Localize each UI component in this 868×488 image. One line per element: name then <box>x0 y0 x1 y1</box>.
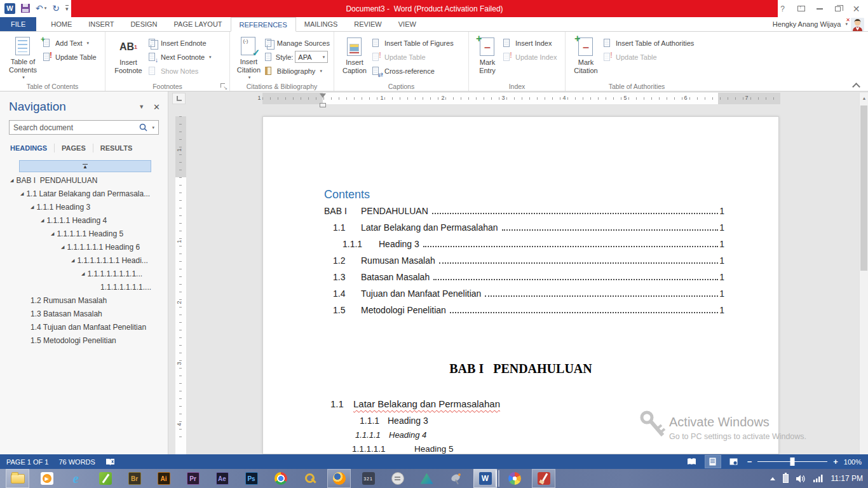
file-explorer-icon[interactable] <box>6 470 29 487</box>
update-index-button[interactable]: Update Index <box>502 51 557 62</box>
tab-design[interactable]: DESIGN <box>122 17 165 31</box>
media-player-classic-icon[interactable]: 321 <box>357 470 379 487</box>
print-layout-button[interactable] <box>705 456 721 468</box>
word-logo-icon[interactable]: W <box>4 3 15 14</box>
tree-expand-icon[interactable]: ◢ <box>10 178 13 183</box>
proofing-errors-icon[interactable] <box>105 458 115 466</box>
tree-expand-icon[interactable]: ◢ <box>81 271 85 276</box>
page-indicator[interactable]: PAGE 1 OF 1 <box>6 458 48 466</box>
toc-entry[interactable]: 1.2 Rumusan Masalah 1 <box>324 255 724 266</box>
toc-entry[interactable]: 1.4 Tujuan dan Manfaat Penelitian 1 <box>324 288 724 299</box>
word-count[interactable]: 76 WORDS <box>58 458 95 466</box>
tree-item[interactable]: ◢1.1.1 Heading 3 <box>0 200 168 214</box>
tree-expand-icon[interactable]: ◢ <box>41 218 44 223</box>
tree-expand-icon[interactable]: ◢ <box>51 231 54 236</box>
minimize-button[interactable] <box>810 2 829 16</box>
insert-table-of-authorities-button[interactable]: Insert Table of Authorities <box>602 37 694 48</box>
search-input[interactable] <box>13 123 136 132</box>
insert-index-button[interactable]: Insert Index <box>502 37 557 48</box>
left-indent-marker[interactable] <box>320 103 326 107</box>
media-player-icon[interactable]: ▶ <box>36 470 58 487</box>
zoom-slider-thumb[interactable] <box>790 458 795 466</box>
tree-item[interactable]: ◢1.1.1.1 Heading 4 <box>0 214 168 227</box>
insert-caption-button[interactable]: Insert Caption <box>338 34 371 80</box>
tab-pages[interactable]: PAGES <box>55 142 93 154</box>
tree-item[interactable]: ◢1.1.1.1.1.1.1.1... <box>0 267 168 280</box>
navigation-options-icon[interactable]: ▼ <box>139 104 144 110</box>
tree-item[interactable]: ◢1.1.1.1.1.1 Heading 6 <box>0 240 168 254</box>
navigation-close-icon[interactable]: ✕ <box>153 102 160 112</box>
network-icon[interactable] <box>813 475 824 482</box>
add-text-button[interactable]: Add Text ▾ <box>42 37 97 48</box>
table-of-contents-button[interactable]: Table of Contents ▾ <box>4 34 42 80</box>
tree-expand-icon[interactable]: ◢ <box>71 258 74 263</box>
tree-item[interactable]: 1.2 Rumusan Masalah <box>0 294 168 307</box>
tree-item[interactable]: 1.1.1.1.1.1.1.... <box>0 280 168 294</box>
account-area[interactable]: Hengky Anang Wijaya ▾ ✕ <box>773 17 868 31</box>
read-mode-button[interactable] <box>684 456 700 468</box>
tab-references[interactable]: REFERENCES <box>231 17 296 32</box>
tab-page-layout[interactable]: PAGE LAYOUT <box>166 17 231 31</box>
next-footnote-button[interactable]: Next Footnote ▾ <box>147 51 212 62</box>
tree-item[interactable]: ◢1.1.1.1.1 Heading 5 <box>0 227 168 240</box>
document-page[interactable]: Contents BAB I PENDAHULUAN 1 1.1 Latar B… <box>262 116 779 454</box>
style-combo-box[interactable]: APA ▾ <box>295 51 328 63</box>
paint-app-icon[interactable] <box>503 470 526 487</box>
update-table-captions-button[interactable]: Update Table <box>371 51 454 62</box>
tree-item[interactable]: ◢1.1.1.1.1.1.1 Headi... <box>0 254 168 267</box>
collapse-ribbon-icon[interactable] <box>853 82 859 88</box>
first-line-indent-marker[interactable] <box>320 93 326 98</box>
tree-item[interactable]: 1.3 Batasan Masalah <box>0 307 168 320</box>
tree-expand-icon[interactable]: ◢ <box>31 205 34 210</box>
illustrator-icon[interactable]: Ai <box>153 470 175 487</box>
redo-icon[interactable]: ↻ <box>52 4 60 13</box>
ribbon-display-options-button[interactable] <box>792 2 810 16</box>
word-taskbar-icon[interactable]: W <box>474 470 496 487</box>
show-notes-button[interactable]: Show Notes <box>147 65 212 76</box>
horizontal-ruler[interactable]: 1 1 2 3 4 5 6 7 <box>168 93 859 104</box>
toc-entry[interactable]: BAB I PENDAHULUAN 1 <box>324 206 724 216</box>
tab-headings[interactable]: HEADINGS <box>9 142 54 154</box>
update-table-button[interactable]: Update Table <box>42 51 97 62</box>
restore-button[interactable] <box>829 2 847 16</box>
clock[interactable]: 11:17 PM <box>831 474 863 483</box>
cross-reference-button[interactable]: Cross-reference <box>371 65 454 76</box>
bibliography-button[interactable]: Bibliography ▾ <box>264 65 330 76</box>
adobe-bridge-icon[interactable]: Br <box>123 470 146 487</box>
help-button[interactable]: ? <box>773 2 792 16</box>
tab-mailings[interactable]: MAILINGS <box>296 17 346 31</box>
tree-item[interactable]: 1.4 Tujuan dan Manfaat Penelitian <box>0 320 168 334</box>
insert-citation-button[interactable]: Insert Citation ▾ <box>234 34 264 80</box>
chat-app-icon[interactable] <box>386 470 409 487</box>
chrome-icon[interactable] <box>269 470 292 487</box>
save-icon[interactable] <box>21 4 30 13</box>
tab-review[interactable]: REVIEW <box>346 17 390 31</box>
update-table-authorities-button[interactable]: Update Table <box>602 51 694 62</box>
key-app-icon[interactable] <box>299 470 321 487</box>
tab-insert[interactable]: INSERT <box>80 17 122 31</box>
toc-entry[interactable]: 1.3 Batasan Masalah 1 <box>324 272 724 282</box>
close-button[interactable]: ✕ <box>847 2 865 16</box>
firefox-icon[interactable] <box>328 470 350 487</box>
scroll-up-icon[interactable]: ▲ <box>860 93 868 103</box>
internet-explorer-icon[interactable]: e <box>65 470 87 487</box>
manage-sources-button[interactable]: Manage Sources <box>264 37 330 48</box>
tree-expand-icon[interactable]: ◢ <box>20 191 24 196</box>
zoom-slider[interactable] <box>757 458 827 466</box>
vertical-ruler[interactable]: 1 1 2 3 4 <box>175 105 186 454</box>
web-layout-button[interactable] <box>726 456 742 468</box>
photoshop-icon[interactable]: Ps <box>240 470 262 487</box>
undo-button[interactable]: ↶ ▾ <box>36 4 46 13</box>
mark-citation-button[interactable]: Mark Citation <box>569 34 602 80</box>
vertical-scrollbar[interactable]: ▲ <box>859 93 868 454</box>
insert-footnote-button[interactable]: AB1 Insert Footnote <box>109 34 147 80</box>
tree-item-selected[interactable]: ▲ <box>0 159 168 173</box>
zoom-in-button[interactable]: + <box>833 457 838 466</box>
coreldraw-icon[interactable] <box>94 470 116 487</box>
satellite-app-icon[interactable] <box>445 470 467 487</box>
tab-view[interactable]: VIEW <box>390 17 424 31</box>
search-icon[interactable] <box>139 123 147 132</box>
scrollbar-thumb[interactable] <box>860 105 867 271</box>
after-effects-icon[interactable]: Ae <box>211 470 233 487</box>
mark-entry-button[interactable]: Mark Entry <box>473 34 502 80</box>
